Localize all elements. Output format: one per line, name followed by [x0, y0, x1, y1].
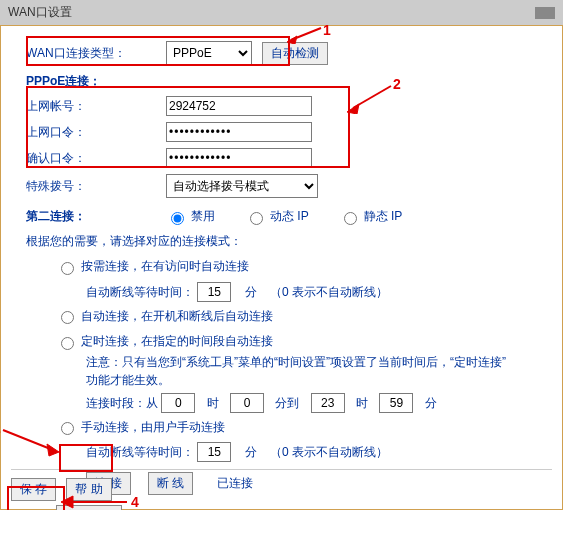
m3-h2-input[interactable]: [311, 393, 345, 413]
second-conn-label: 第二连接：: [26, 208, 166, 225]
wan-type-select[interactable]: PPPoE: [166, 41, 252, 65]
m4-hint: （0 表示不自动断线）: [270, 445, 388, 459]
pppoe-section-title: PPPoE连接：: [26, 73, 537, 90]
arrow-4-icon: [61, 492, 131, 510]
svg-marker-7: [61, 496, 73, 508]
m3-h1-input[interactable]: [161, 393, 195, 413]
titlebar: WAN口设置: [0, 0, 563, 25]
second-staticip-radio[interactable]: 静态 IP: [339, 208, 403, 225]
mode-auto-radio[interactable]: 自动连接，在开机和断线后自动连接: [56, 308, 273, 325]
svg-marker-5: [47, 444, 59, 456]
arrow-3-icon: [1, 428, 61, 458]
confirm-password-label: 确认口令：: [26, 150, 166, 167]
mode-description: 根据您的需要，请选择对应的连接模式：: [26, 233, 537, 250]
dial-mode-label: 特殊拨号：: [26, 178, 166, 195]
m4-wait-input[interactable]: [197, 442, 231, 462]
password-label: 上网口令：: [26, 124, 166, 141]
m3-note: 注意：只有当您到“系统工具”菜单的“时间设置”项设置了当前时间后，“定时连接”功…: [86, 353, 537, 389]
m1-wait-input[interactable]: [197, 282, 231, 302]
auto-detect-button[interactable]: 自动检测: [262, 42, 328, 65]
mode-ondemand-radio[interactable]: 按需连接，在有访问时自动连接: [56, 258, 249, 275]
account-label: 上网帐号：: [26, 98, 166, 115]
m3-m2-input[interactable]: [379, 393, 413, 413]
m3-m1-input[interactable]: [230, 393, 264, 413]
svg-marker-1: [287, 36, 297, 44]
m1-hint: （0 表示不自动断线）: [270, 285, 388, 299]
m4-unit: 分: [245, 445, 257, 459]
second-disable-radio[interactable]: 禁用: [166, 208, 215, 225]
arrow-2-icon: [347, 84, 397, 114]
m3-period-label: 连接时段：从: [86, 396, 158, 410]
save-button[interactable]: 保 存: [11, 478, 56, 501]
m4-wait-label: 自动断线等待时间：: [86, 445, 194, 459]
second-dynip-radio[interactable]: 动态 IP: [245, 208, 309, 225]
mode-manual-radio[interactable]: 手动连接，由用户手动连接: [56, 419, 225, 436]
account-input[interactable]: [166, 96, 312, 116]
confirm-password-input[interactable]: [166, 148, 312, 168]
minimize-icon[interactable]: [535, 7, 555, 19]
m1-unit: 分: [245, 285, 257, 299]
password-input[interactable]: [166, 122, 312, 142]
arrow-1-icon: [287, 26, 327, 44]
mode-scheduled-radio[interactable]: 定时连接，在指定的时间段自动连接: [56, 333, 273, 350]
svg-line-4: [3, 430, 53, 450]
m1-wait-label: 自动断线等待时间：: [86, 285, 194, 299]
marker-4: 4: [131, 494, 139, 510]
window-title: WAN口设置: [8, 4, 72, 21]
svg-marker-3: [347, 104, 359, 114]
dial-mode-select[interactable]: 自动选择拨号模式: [166, 174, 318, 198]
wan-type-label: WAN口连接类型：: [26, 45, 166, 62]
